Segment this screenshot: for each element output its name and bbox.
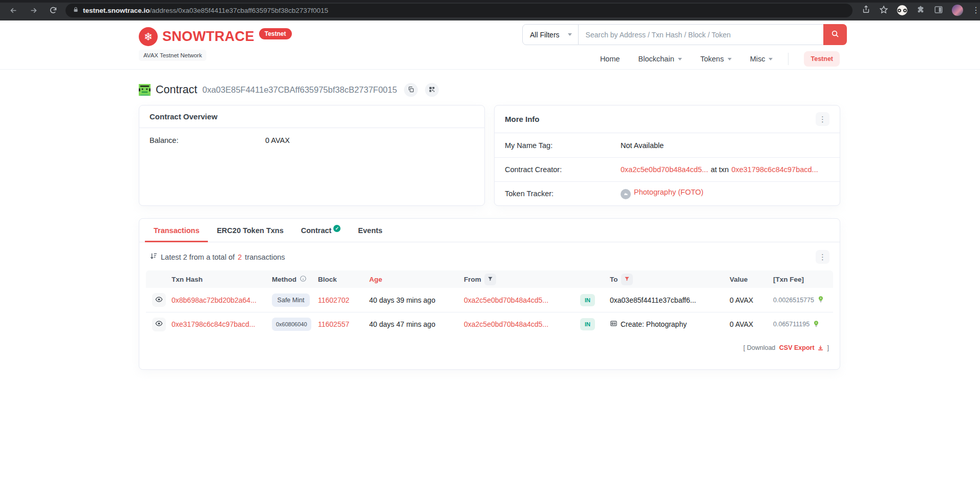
extensions-puzzle-icon[interactable]: [916, 5, 925, 16]
col-to: To: [610, 276, 618, 283]
csv-export-link[interactable]: CSV Export: [779, 344, 815, 351]
contract-identicon: [139, 84, 151, 96]
token-tracker-row: Token Tracker: Photography (FOTO): [495, 181, 840, 205]
chevron-down-icon: [769, 58, 773, 60]
overview-card-title: Contract Overview: [150, 112, 218, 121]
from-filter-button[interactable]: [484, 274, 496, 285]
page-type-label: Contract: [156, 83, 197, 96]
download-icon[interactable]: [817, 344, 825, 351]
share-icon[interactable]: [862, 5, 870, 15]
browser-menu-icon[interactable]: ⋮: [972, 6, 980, 14]
creator-address-link[interactable]: 0xa2c5e0bd70b48a4cd5...: [621, 165, 708, 174]
network-badge: AVAX Testnet Network: [139, 50, 206, 61]
balance-value: 0 AVAX: [265, 136, 290, 144]
token-tracker-label: Token Tracker:: [505, 190, 621, 198]
site-header: ❄ SNOWTRACE Testnet AVAX Testnet Network…: [0, 20, 980, 70]
col-age[interactable]: Age: [369, 276, 464, 283]
side-panel-icon[interactable]: [934, 5, 943, 16]
copy-address-button[interactable]: [404, 83, 418, 97]
transaction-count: 2: [238, 253, 242, 261]
search-bar: All Filters: [522, 24, 847, 45]
tab-erc20-token-txns[interactable]: ERC20 Token Txns: [208, 219, 292, 242]
transactions-summary: Latest 2 from a total of 2 transactions: [150, 252, 285, 262]
back-icon[interactable]: [9, 6, 18, 15]
txn-hash-link[interactable]: 0xe31798c6c84c97bacd...: [172, 320, 255, 328]
balance-label: Balance:: [150, 136, 265, 144]
table-header-row: Txn Hash Method Block Age From To Value …: [146, 270, 833, 288]
name-tag-label: My Name Tag:: [505, 141, 621, 150]
contract-creator-label: Contract Creator:: [505, 165, 621, 174]
snowtrace-logo[interactable]: ❄ SNOWTRACE Testnet: [139, 27, 292, 46]
contract-overview-card: Contract Overview Balance: 0 AVAX: [139, 105, 485, 206]
nav-item-blockchain[interactable]: Blockchain: [638, 55, 682, 63]
tab-transactions[interactable]: Transactions: [145, 219, 208, 242]
snowflake-logo-icon: ❄: [139, 27, 158, 46]
verified-check-icon: ✓: [333, 225, 340, 232]
method-badge: Safe Mint: [272, 294, 310, 307]
qr-code-button[interactable]: [425, 83, 439, 97]
csv-export-row: [ Download CSV Export ]: [139, 336, 840, 351]
tx-age: 40 days 47 mins ago: [369, 320, 464, 328]
browser-toolbar: testnet.snowtrace.io/address/0xa03e85f44…: [0, 0, 980, 20]
col-txn-hash: Txn Hash: [172, 276, 272, 283]
nav-item-tokens[interactable]: Tokens: [700, 55, 732, 63]
direction-badge: IN: [580, 294, 595, 306]
contract-create-icon: [610, 320, 617, 329]
to-filter-button[interactable]: [621, 274, 633, 285]
search-filter-dropdown[interactable]: All Filters: [522, 24, 579, 45]
to-address: Create: Photography: [621, 320, 687, 328]
more-info-card-title: More Info: [505, 115, 540, 123]
tab-events[interactable]: Events: [349, 219, 391, 242]
from-address-link[interactable]: 0xa2c5e0bd70b48a4cd5...: [464, 296, 548, 304]
creator-txn-link[interactable]: 0xe31798c6c84c97bacd...: [731, 165, 818, 174]
filter-funnel-icon: [624, 276, 630, 283]
tab-contract[interactable]: Contract✓: [292, 219, 350, 242]
direction-badge: IN: [580, 318, 595, 330]
from-address-link[interactable]: 0xa2c5e0bd70b48a4cd5...: [464, 320, 548, 328]
txn-hash-link[interactable]: 0x8b698ac72bd20b2a64...: [172, 296, 257, 304]
filter-funnel-icon: [487, 276, 493, 283]
tx-age: 40 days 39 mins ago: [369, 296, 464, 304]
nav-item-misc[interactable]: Misc: [750, 55, 773, 63]
tab-bar: Transactions ERC20 Token Txns Contract✓ …: [139, 219, 840, 242]
search-input[interactable]: [579, 24, 823, 45]
csv-close: ]: [827, 344, 829, 351]
block-link[interactable]: 11602702: [318, 296, 349, 304]
tx-value: 0 AVAX: [730, 296, 773, 304]
transactions-toolbar: Latest 2 from a total of 2 transactions …: [139, 242, 840, 270]
page-title: Contract 0xa03E85F4411e37CBAff635975bf38…: [139, 83, 840, 97]
gas-lightbulb-icon[interactable]: [817, 296, 824, 304]
tx-value: 0 AVAX: [730, 320, 773, 328]
url-bar[interactable]: testnet.snowtrace.io/address/0xa03e85f44…: [66, 4, 853, 17]
contract-address: 0xa03E85F4411e37CBAff635975bf38cB2737F00…: [202, 85, 397, 95]
more-info-menu-button[interactable]: ⋮: [816, 112, 829, 126]
chevron-down-icon: [728, 58, 732, 60]
balance-row: Balance: 0 AVAX: [139, 136, 484, 144]
nav-item-home[interactable]: Home: [600, 55, 620, 63]
forward-icon[interactable]: [29, 6, 38, 15]
block-link[interactable]: 11602557: [318, 320, 349, 328]
bookmark-star-icon[interactable]: [879, 5, 888, 16]
logo-text: SNOWTRACE: [162, 27, 254, 46]
info-icon[interactable]: [300, 275, 307, 284]
col-method: Method: [272, 276, 296, 283]
txn-fee: 0.065711195: [773, 321, 809, 328]
transactions-card: Transactions ERC20 Token Txns Contract✓ …: [139, 218, 840, 370]
search-button[interactable]: [823, 24, 847, 45]
logo-testnet-badge: Testnet: [259, 28, 292, 39]
search-icon: [831, 30, 839, 39]
reload-icon[interactable]: [49, 6, 57, 14]
extension-owl-icon[interactable]: [897, 5, 907, 15]
more-info-card: More Info ⋮ My Name Tag: Not Available C…: [494, 105, 840, 206]
tx-preview-button[interactable]: [152, 293, 166, 307]
name-tag-value: Not Available: [621, 141, 664, 150]
txn-fee: 0.0026515775: [773, 297, 814, 304]
gas-lightbulb-icon[interactable]: [813, 320, 820, 329]
nav-testnet-button[interactable]: Testnet: [804, 51, 840, 67]
contract-creator-row: Contract Creator: 0xa2c5e0bd70b48a4cd5..…: [495, 157, 840, 181]
profile-avatar[interactable]: [952, 5, 963, 16]
transactions-menu-button[interactable]: ⋮: [816, 250, 829, 264]
eye-icon: [155, 320, 163, 329]
tx-preview-button[interactable]: [152, 318, 166, 331]
token-tracker-link[interactable]: Photography (FOTO): [634, 188, 704, 196]
